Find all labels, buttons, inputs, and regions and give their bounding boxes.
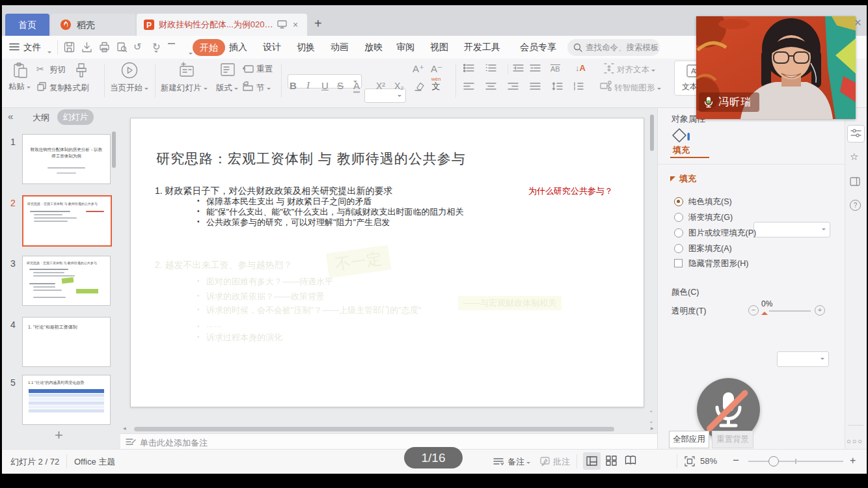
color-select[interactable] (777, 351, 829, 367)
tab-docer[interactable]: 稻壳 (51, 14, 135, 36)
transparency-slider-handle[interactable] (761, 308, 768, 315)
increase-indent-icon[interactable] (530, 64, 541, 72)
slide-title[interactable]: 研究思路：宏观工资体制 与 教师待遇的公共参与 (156, 150, 466, 168)
play-from-current-button[interactable]: 当页开始 (110, 83, 148, 94)
undo-icon[interactable]: ↺ (133, 41, 142, 53)
object-properties-strip-button[interactable] (847, 125, 865, 142)
section-button[interactable]: 节 (256, 83, 271, 94)
notes-toggle-button[interactable]: 备注 (508, 456, 530, 468)
share-screen-icon[interactable] (277, 20, 287, 29)
prev-slide-chevron-icon[interactable]: ⌃ (649, 410, 654, 416)
favorites-star-icon[interactable]: ☆ (850, 151, 858, 163)
panel-tab-slides[interactable]: 幻灯片 (57, 109, 94, 125)
radio-solid-fill[interactable] (674, 197, 683, 206)
radio-gradient-fill[interactable] (674, 213, 683, 222)
ribbon-tab-review[interactable]: 审阅 (396, 42, 414, 53)
copy-button[interactable]: 复制 (49, 83, 66, 94)
line-spacing-icon[interactable] (552, 82, 563, 90)
zoom-value[interactable]: 58% (700, 456, 717, 466)
theme-name[interactable]: Office 主题 (74, 456, 115, 468)
export-icon[interactable] (81, 42, 92, 53)
help-icon[interactable]: ? (850, 200, 861, 211)
cut-button[interactable]: 剪切 (49, 64, 66, 75)
tab-document[interactable]: P 财政挂钩性分配体...为例0205v1 × (137, 14, 307, 36)
checkbox-hide-background[interactable] (674, 259, 683, 267)
radio-picture-fill-label[interactable]: 图片或纹理填充(P) (688, 228, 756, 239)
radio-solid-fill-label[interactable]: 纯色填充(S) (688, 197, 732, 208)
ribbon-tab-devtools[interactable]: 开发工具 (464, 42, 500, 53)
panel-layout-icon[interactable] (850, 177, 860, 186)
slide-thumbnail-3[interactable]: 研究思路：宏观工资体制 与 教师待遇的公共参与 (22, 256, 111, 306)
menu-file[interactable]: 文件 (23, 42, 41, 53)
ribbon-tab-animation[interactable]: 动画 (331, 42, 349, 53)
hamburger-icon[interactable] (9, 43, 20, 51)
webcam-video[interactable]: 冯昕瑞 (696, 16, 856, 119)
phonetic-guide-button[interactable]: wén 文 (429, 77, 442, 90)
decrease-indent-icon[interactable] (513, 64, 524, 72)
increase-font-icon[interactable]: A⁺ (413, 63, 424, 75)
subscript-icon[interactable]: X₂ (394, 81, 404, 91)
text-direction-icon[interactable]: AB (550, 64, 560, 73)
redo-icon[interactable]: ↻ (152, 41, 161, 53)
radio-pattern-fill-label[interactable]: 图案填充(A) (688, 243, 732, 254)
radio-gradient-fill-label[interactable]: 渐变填充(G) (688, 212, 733, 223)
ribbon-tab-view[interactable]: 视图 (430, 42, 448, 53)
align-text-button[interactable]: 对齐文本 (617, 64, 655, 75)
slide-thumbnail-2-selected[interactable]: 研究思路：宏观工资体制 与 教师待遇的公共参与 (22, 195, 112, 247)
paragraph-spacing-icon[interactable] (573, 82, 584, 90)
transparency-slider-track[interactable] (769, 310, 811, 312)
numbered-list-icon[interactable] (485, 64, 496, 72)
slide-thumbnail-1[interactable]: 财政挂钩性分配体制的历史分析：以教师工资体制为例 (22, 134, 111, 184)
close-tab-icon[interactable]: × (293, 14, 298, 36)
align-right-icon[interactable] (508, 82, 519, 90)
decrease-font-icon[interactable]: A⁻ (431, 63, 442, 75)
align-center-icon[interactable] (485, 82, 496, 90)
radio-picture-fill[interactable] (674, 228, 683, 237)
slide-thumbnail-4[interactable]: 1. "社论"和最初工资体制 (22, 317, 111, 367)
bullet-list-icon[interactable] (463, 64, 474, 72)
command-search[interactable]: 查找命令、搜索模板 (567, 39, 660, 56)
print-preview-icon[interactable] (116, 42, 128, 53)
fill-style-select[interactable] (753, 222, 830, 237)
transparency-minus-button[interactable]: − (748, 305, 759, 316)
paste-icon[interactable] (13, 62, 29, 79)
zoom-out-button[interactable]: − (733, 454, 739, 467)
comments-button[interactable]: 批注 (553, 456, 570, 468)
clear-format-icon[interactable] (414, 82, 424, 91)
zoom-in-button[interactable]: + (850, 455, 856, 467)
underline-icon[interactable]: U (321, 80, 329, 91)
zoom-slider-handle[interactable] (768, 456, 779, 467)
strikethrough-icon[interactable]: S (337, 80, 344, 91)
section-expand-triangle-icon[interactable] (670, 176, 675, 182)
vertical-scrollbar[interactable] (650, 115, 654, 151)
ribbon-tab-insert[interactable]: 插入 (229, 42, 247, 53)
notes-bar[interactable]: 单击此处添加备注 (120, 433, 657, 450)
radio-pattern-fill[interactable] (674, 244, 683, 253)
view-normal-button[interactable] (583, 452, 601, 470)
format-painter-button[interactable]: 格式刷 (64, 83, 89, 94)
view-sorter-button[interactable] (606, 455, 617, 466)
transparency-plus-button[interactable]: + (815, 305, 825, 316)
properties-tab-fill[interactable]: 填充 (673, 144, 690, 156)
collapse-panel-icon[interactable]: « (8, 111, 13, 122)
save-icon[interactable] (64, 42, 75, 53)
ribbon-tab-member[interactable]: 会员专享 (520, 42, 556, 53)
bold-icon[interactable]: B (290, 80, 297, 91)
apply-all-button[interactable]: 全部应用 (669, 431, 709, 448)
font-color-icon[interactable]: A (353, 80, 360, 93)
checkbox-hide-background-label[interactable]: 隐藏背景图形(H) (688, 258, 748, 269)
panel-scrollbar[interactable] (112, 131, 116, 168)
view-reading-button[interactable] (625, 455, 636, 465)
superscript-icon[interactable]: X² (376, 81, 385, 91)
paste-button[interactable]: 粘贴 (8, 81, 31, 92)
reset-button[interactable]: 重置 (256, 64, 273, 75)
horizontal-scrollbar[interactable] (134, 427, 614, 431)
slide-side-note-red[interactable]: 为什么研究公共参与？ (528, 185, 613, 197)
align-left-icon[interactable] (463, 82, 474, 90)
add-slide-button[interactable]: + (55, 427, 63, 444)
ribbon-tab-slideshow[interactable]: 放映 (364, 42, 383, 53)
next-slide-chevron-icon[interactable]: ⌄ (649, 418, 654, 424)
ribbon-tab-transition[interactable]: 切换 (297, 42, 315, 53)
tab-home[interactable]: 首页 (5, 14, 49, 36)
hscroll-left-arrow-icon[interactable]: ◂ (123, 425, 126, 431)
